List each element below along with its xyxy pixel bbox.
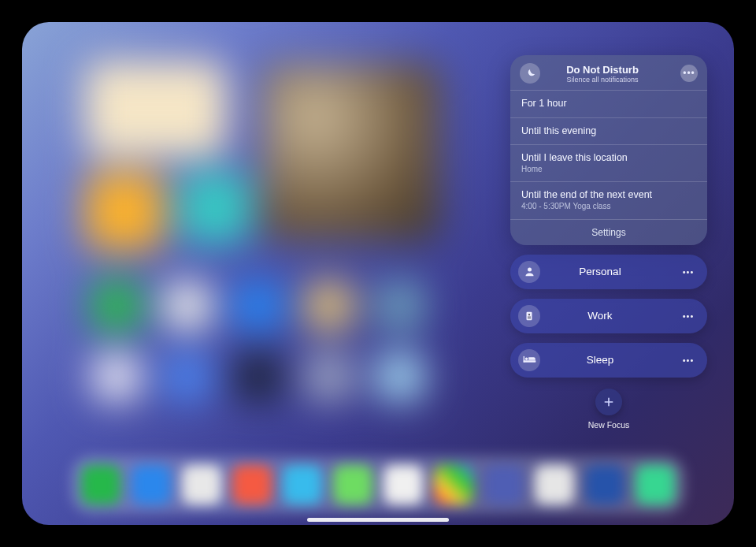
focus-pill-personal[interactable]: Personal •••: [510, 255, 707, 289]
dnd-option-label: For 1 hour: [521, 98, 696, 110]
more-icon[interactable]: •••: [679, 307, 698, 326]
dnd-option-1hour[interactable]: For 1 hour: [510, 90, 707, 117]
focus-pill-sleep[interactable]: Sleep •••: [510, 343, 707, 378]
new-focus-button[interactable]: [595, 389, 622, 415]
more-icon[interactable]: •••: [679, 351, 698, 370]
dnd-option-evening[interactable]: Until this evening: [510, 117, 707, 145]
dnd-option-sublabel: 4:00 - 5:30PM Yoga class: [521, 202, 696, 212]
more-icon[interactable]: •••: [679, 262, 698, 281]
new-focus-label: New Focus: [588, 420, 630, 430]
dnd-header[interactable]: Do Not Disturb Silence all notifications…: [510, 55, 707, 90]
dnd-option-label: Until the end of the next event: [521, 189, 696, 202]
dnd-card: Do Not Disturb Silence all notifications…: [510, 55, 707, 245]
dnd-option-label: Until this evening: [521, 125, 696, 138]
dnd-option-location[interactable]: Until I leave this location Home: [510, 144, 707, 181]
dnd-subtitle: Silence all notifications: [531, 76, 674, 84]
screen: Do Not Disturb Silence all notifications…: [22, 22, 734, 525]
focus-pill-label: Sleep: [521, 354, 679, 366]
dnd-option-next-event[interactable]: Until the end of the next event 4:00 - 5…: [510, 181, 707, 218]
focus-pill-work[interactable]: Work •••: [510, 299, 707, 333]
dnd-option-label: Until I leave this location: [521, 152, 696, 165]
focus-pill-label: Personal: [521, 266, 679, 277]
home-indicator[interactable]: [307, 518, 449, 522]
dnd-option-sublabel: Home: [521, 165, 696, 175]
dnd-settings-link[interactable]: Settings: [510, 219, 707, 245]
new-focus: New Focus: [510, 389, 707, 430]
dnd-header-text: Do Not Disturb Silence all notifications: [531, 64, 674, 84]
focus-panel: Do Not Disturb Silence all notifications…: [510, 55, 707, 430]
dnd-title: Do Not Disturb: [531, 64, 674, 76]
more-icon[interactable]: •••: [680, 65, 698, 82]
dock: [71, 456, 685, 514]
focus-pill-label: Work: [521, 310, 679, 322]
device-frame: Do Not Disturb Silence all notifications…: [0, 0, 756, 547]
